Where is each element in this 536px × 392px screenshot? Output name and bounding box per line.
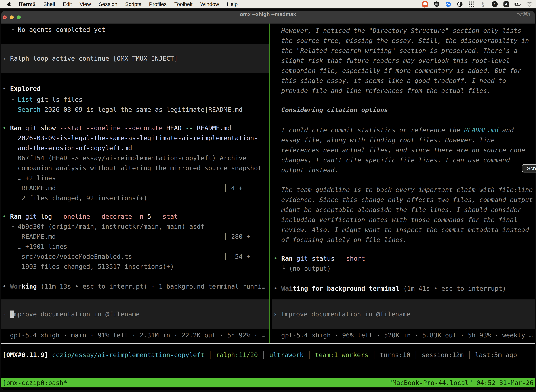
right-model-status-line: gpt-5.4 xhigh · 96% left · 520K in · 5.8… xyxy=(281,330,533,340)
log-line-no-agents: └ No agents completed yet xyxy=(2,25,105,35)
crescent-circle-icon[interactable] xyxy=(456,1,463,8)
right-input-row: › Improve documentation in @filename xyxy=(273,309,411,319)
bullet-icon: • xyxy=(274,255,281,262)
menu-shell[interactable]: Shell xyxy=(43,0,55,9)
menu-window[interactable]: Window xyxy=(200,0,219,9)
separator: │ xyxy=(368,351,380,359)
menu-toolbelt[interactable]: Toolbelt xyxy=(174,0,192,9)
right-prompt-input[interactable]: › Improve documentation in @filename xyxy=(272,299,535,329)
battery-charging-icon[interactable] xyxy=(515,1,521,8)
menu-edit[interactable]: Edit xyxy=(63,0,72,9)
commit-4b9d30f-text: 4b9d30f (origin/main, instructkr/main, m… xyxy=(18,223,205,230)
left-model-status-line: gpt-5.4 xhigh · main · 91% left · 2.31M … xyxy=(10,330,265,340)
separator: │ xyxy=(464,351,475,359)
menu-bar-status-icons: § ..61 A xyxy=(422,1,536,8)
battery-percent-icon[interactable]: ..61 xyxy=(491,1,498,8)
menu-session[interactable]: Session xyxy=(99,0,117,9)
list-verb: List xyxy=(18,96,33,103)
reasoning-p1-l3: the "Related research writing" section i… xyxy=(281,46,517,56)
tmux-host-clock: "MacBook-Pro-44.local" 04:52 31-Mar-26 xyxy=(389,379,534,386)
terminal-window: omx --xhigh --madmax ⌥⌘1 └ No agents com… xyxy=(1,11,535,390)
reasoning-p2-l1: I could cite commit statistics or refere… xyxy=(281,125,514,135)
menu-bar-left: iTerm2 Shell Edit View Session Scripts P… xyxy=(0,0,238,9)
tree-branch-icon: └ xyxy=(274,265,289,272)
omx-status-bar: [OMX#0.11.9] cczip/essay/ai-reimplementa… xyxy=(2,350,517,360)
left-prompt-input[interactable]: › Improve documentation in @filename xyxy=(1,299,269,329)
reasoning-p2-l3: references need actual files, and since … xyxy=(281,145,525,155)
letter-a-icon[interactable]: A xyxy=(503,1,510,8)
bullet-icon: • xyxy=(2,213,10,220)
reasoning-p1-l1: However, I noticed the "Directory Struct… xyxy=(281,26,521,36)
window-title: omx --xhigh --madmax xyxy=(1,11,535,23)
git-token: git xyxy=(25,213,41,220)
file-arg: README.md xyxy=(197,124,231,131)
stat-readme-4: README.md │ 4 + xyxy=(2,183,243,193)
stat-summary-513517: 1903 files changed, 513517 insertions(+) xyxy=(2,261,174,271)
separator: │ xyxy=(410,351,422,359)
cmd-show-wrap2: │ and-the-erosion-of-copyleft.md xyxy=(2,143,132,153)
no-output-line: └ (no output) xyxy=(274,263,331,273)
menu-profiles[interactable]: Profiles xyxy=(149,0,167,9)
list-args: git ls-files xyxy=(33,96,82,103)
tree-pipe-icon: │ xyxy=(2,134,18,142)
readme-link[interactable]: README.md xyxy=(464,126,498,134)
bullet-icon: • xyxy=(2,124,10,131)
explored-title: Explored xyxy=(10,85,40,92)
commit-line-067f154-cont: companion analysis without altering the … xyxy=(2,163,262,173)
reasoning-p3-l1: The team guideline is to back every impo… xyxy=(281,185,533,195)
blue-badge-icon[interactable] xyxy=(445,1,452,8)
omx-version: [OMX#0.11.9] xyxy=(2,351,52,359)
text-cursor: I xyxy=(10,311,14,318)
reasoning-p3-l4: including verification notes with those … xyxy=(281,215,517,225)
separator: │ xyxy=(304,351,315,359)
right-input-text: Improve documentation in @filename xyxy=(281,311,411,318)
ran-label: Ran xyxy=(10,124,25,131)
reasoning-p2-l5: output instead. xyxy=(281,165,338,175)
no-agents-text: No agents completed yet xyxy=(18,26,105,33)
menu-iterm2[interactable]: iTerm2 xyxy=(19,0,36,9)
working-status-line: • Working (11m 13s • esc to interrupt) ·… xyxy=(2,281,266,291)
stat-voicemode: src/voice/voiceModeEnabled.ts │ 54 + xyxy=(2,252,250,261)
flags: --short xyxy=(338,255,365,262)
ralph-inject-row: › Ralph loop active continue [OMX_TMUX_I… xyxy=(2,53,178,63)
menu-view[interactable]: View xyxy=(80,0,91,9)
tmux-session-name: [omx-cczip0:bash* xyxy=(2,379,67,386)
menu-scripts[interactable]: Scripts xyxy=(125,0,141,9)
shield-grid-icon[interactable] xyxy=(433,1,440,8)
reasoning-p3-l3: might be acceptable alongside the file l… xyxy=(281,205,521,215)
cmd-git-status: • Ran git status --short xyxy=(274,253,365,263)
dots-grid-icon[interactable] xyxy=(468,1,475,8)
wifi-icon[interactable] xyxy=(526,1,533,8)
menu-help[interactable]: Help xyxy=(227,0,238,9)
reasoning-header: Considering citation options xyxy=(281,105,388,115)
screen-edge-tooltip[interactable]: Scre xyxy=(522,164,536,173)
indent xyxy=(2,106,18,113)
log-line-search: Search 2026-03-09-is-legal-the-same-as-l… xyxy=(2,104,243,115)
ralph-inject-box[interactable]: › Ralph loop active continue [OMX_TMUX_I… xyxy=(1,44,269,73)
cmd-git-show: • Ran git show --stat --oneline --decora… xyxy=(2,123,231,133)
pane-divider-vertical[interactable] xyxy=(269,23,270,343)
session-time: session:12m xyxy=(422,351,464,359)
chat-bubble-icon[interactable] xyxy=(422,1,428,8)
separator: │ xyxy=(258,351,269,359)
head-ref: HEAD xyxy=(166,124,185,131)
ran-label: Ran xyxy=(281,255,297,262)
tree-branch-icon: └ xyxy=(2,26,18,33)
squiggle-icon[interactable]: § xyxy=(480,1,486,8)
tree-branch-icon: └ xyxy=(2,154,18,162)
apple-menu-icon[interactable] xyxy=(7,2,11,7)
stat-summary-92: 2 files changed, 92 insertions(+) xyxy=(2,193,147,203)
terminal-content[interactable]: └ No agents completed yet › Ralph loop a… xyxy=(1,23,535,390)
more-lines-indicator-2: … +1901 lines xyxy=(2,242,67,252)
essay-filename-2: and-the-erosion-of-copyleft.md xyxy=(18,144,132,152)
subcommand: status xyxy=(312,255,339,262)
reasoning-p2-l2: essay file, along with finding root file… xyxy=(281,135,495,145)
team-workers: team:1 workers xyxy=(315,351,368,359)
prompt-icon: › xyxy=(2,55,10,62)
reasoning-p1-l6: this single essay, it seems like a good … xyxy=(281,76,506,86)
no-output-text: (no output) xyxy=(289,265,331,272)
log-line-list: └ List git ls-files xyxy=(2,94,82,104)
title-bar[interactable]: omx --xhigh --madmax ⌥⌘1 xyxy=(1,11,535,24)
reasoning-p3-l5: review. Also, I might want to inspect th… xyxy=(281,225,529,235)
tmux-status-bar[interactable]: [omx-cczip0:bash* "MacBook-Pro-44.local"… xyxy=(1,378,535,387)
